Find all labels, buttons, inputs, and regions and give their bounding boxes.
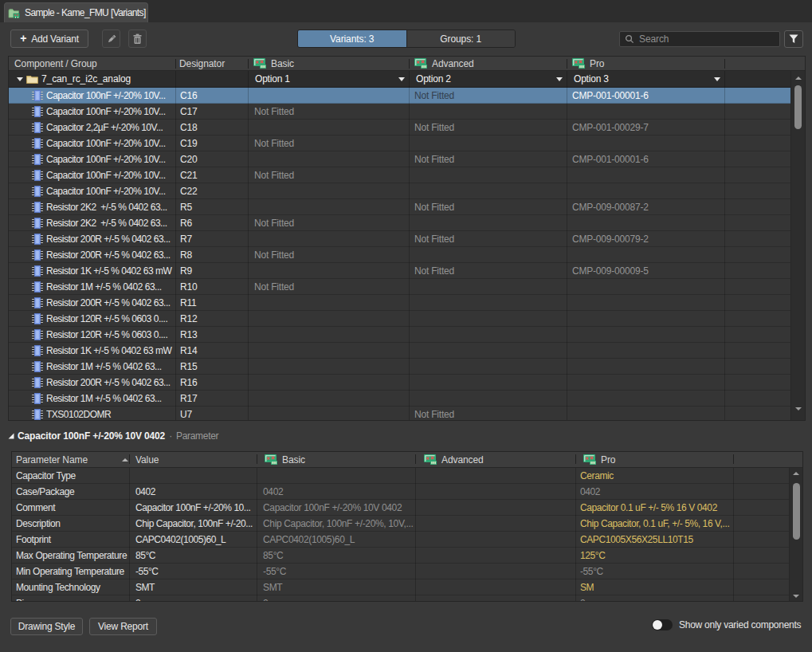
component-row[interactable]: Capacitor 2,2µF +/-20% 10V... C18 Not Fi… (9, 120, 790, 136)
component-row[interactable]: Capacitor 100nF +/-20% 10V... C17 Not Fi… (9, 104, 790, 120)
col-advanced[interactable]: Advanced (414, 57, 474, 70)
parameter-row[interactable]: Case/Package 0402 0402 0402 (12, 484, 789, 500)
cell-advanced[interactable] (414, 167, 563, 183)
detail-section-header[interactable]: Capacitor 100nF +/-20% 10V 0402 · Parame… (8, 430, 218, 442)
tab-variants[interactable]: Variants: 3 (298, 30, 406, 47)
cell-advanced[interactable] (414, 279, 563, 294)
document-tab[interactable]: Sample - Kame_FMU [Variants] (4, 2, 148, 22)
cell-basic[interactable]: Not Fitted (254, 104, 406, 119)
col-component-group[interactable]: Component / Group (14, 57, 97, 70)
components-scrollbar[interactable] (790, 71, 805, 420)
cell-basic[interactable] (254, 311, 406, 326)
parameter-row[interactable]: Description Chip Capacitor, 100nF +/-20.… (12, 516, 789, 532)
cell-advanced[interactable] (414, 295, 563, 310)
component-row[interactable]: Resistor 2K2 +/-5 % 0402 63... R6 Not Fi… (9, 215, 790, 231)
cell-advanced[interactable] (414, 104, 563, 119)
cell-pro[interactable] (572, 343, 708, 358)
cell-pro[interactable] (572, 311, 708, 326)
component-row[interactable]: Resistor 120R +/-5 % 0603 0.... R12 (9, 311, 790, 327)
parameter-row[interactable]: Pins 2 2 2 (12, 595, 789, 601)
cell-pro[interactable]: CMP-009-00079-2 (572, 231, 708, 246)
cell-pro[interactable]: CMP-001-00029-7 (572, 120, 708, 135)
component-row[interactable]: Capacitor 100nF +/-20% 10V... C20 Not Fi… (9, 151, 790, 167)
cell-basic[interactable] (254, 391, 406, 406)
parameter-row[interactable]: Min Operating Temperature -55°C -55°C -5… (12, 564, 789, 579)
component-row[interactable]: Resistor 1M +/-5 % 0402 63... R15 (9, 359, 790, 375)
component-row[interactable]: Resistor 1M +/-5 % 0402 63... R10 Not Fi… (9, 279, 790, 295)
cell-pro[interactable]: CMP-001-00001-6 (572, 88, 708, 103)
cell-advanced[interactable] (414, 359, 563, 374)
edit-variant-button[interactable] (102, 29, 120, 48)
option-select-pro[interactable]: Option 3 (574, 71, 724, 87)
component-row[interactable]: Resistor 1K +/-5 % 0402 63 mW R14 (9, 343, 790, 359)
component-row[interactable]: Resistor 200R +/-5 % 0402 63... R11 (9, 295, 790, 311)
delete-variant-button[interactable] (128, 29, 147, 48)
parameter-row[interactable]: Footprint CAPC0402(1005)60_L CAPC0402(10… (12, 532, 789, 548)
component-row[interactable]: Resistor 200R +/-5 % 0402 63... R8 Not F… (9, 247, 790, 263)
cell-pro[interactable] (572, 279, 708, 294)
cell-pro[interactable]: CMP-009-00009-5 (572, 263, 708, 278)
filter-button[interactable] (784, 30, 803, 48)
group-row[interactable]: 7_can_rc_i2c_analog Option 1 Option 2 Op… (9, 71, 790, 88)
cell-basic[interactable]: Not Fitted (254, 215, 406, 230)
cell-advanced[interactable] (414, 375, 563, 390)
add-variant-button[interactable]: + Add Variant (10, 29, 88, 48)
cell-basic[interactable] (254, 231, 406, 246)
cell-pro[interactable]: CMP-001-00001-6 (572, 151, 708, 167)
cell-advanced[interactable] (414, 327, 563, 342)
cell-advanced[interactable]: Not Fitted (414, 199, 563, 214)
option-select-basic[interactable]: Option 1 (255, 71, 409, 87)
parameter-row[interactable]: Mounting Technology SMT SMT SM (12, 579, 789, 595)
col-pro[interactable]: Pro (572, 57, 604, 70)
tab-groups[interactable]: Groups: 1 (406, 30, 516, 47)
cell-basic[interactable] (254, 263, 406, 278)
option-select-advanced[interactable]: Option 2 (416, 71, 567, 87)
col-param-advanced[interactable]: Advanced (424, 452, 484, 467)
component-row[interactable]: Capacitor 100nF +/-20% 10V... C22 (9, 183, 790, 199)
scroll-thumb[interactable] (793, 483, 800, 540)
scroll-thumb[interactable] (794, 85, 802, 129)
scroll-down-arrow[interactable] (795, 407, 802, 410)
component-row[interactable]: Resistor 2K2 +/-5 % 0402 63... R5 Not Fi… (9, 199, 790, 215)
cell-basic[interactable] (254, 120, 406, 135)
component-row[interactable]: Resistor 200R +/-5 % 0402 63... R7 Not F… (9, 231, 790, 247)
cell-pro[interactable] (572, 215, 708, 230)
cell-advanced[interactable]: Not Fitted (414, 231, 563, 246)
cell-advanced[interactable]: Not Fitted (414, 407, 563, 420)
cell-advanced[interactable]: Not Fitted (414, 263, 563, 278)
cell-pro[interactable] (572, 359, 708, 374)
view-report-button[interactable]: View Report (89, 618, 157, 635)
col-param-basic[interactable]: Basic (265, 452, 305, 467)
cell-basic[interactable]: Not Fitted (254, 279, 406, 294)
col-designator[interactable]: Designator (179, 57, 225, 70)
cell-basic[interactable] (254, 295, 406, 310)
component-row[interactable]: TXS0102DOMR U7 Not Fitted (9, 407, 790, 420)
cell-pro[interactable] (572, 183, 708, 198)
cell-advanced[interactable]: Not Fitted (414, 120, 563, 135)
parameter-row[interactable]: Max Operating Temperature 85°C 85°C 125°… (12, 548, 789, 564)
parameter-row[interactable]: Capacitor Type Ceramic (12, 468, 789, 484)
drawing-style-button[interactable]: Drawing Style (10, 618, 83, 635)
cell-pro[interactable] (572, 247, 708, 262)
cell-pro[interactable]: CMP-009-00087-2 (572, 199, 708, 214)
cell-basic[interactable]: Not Fitted (254, 136, 406, 151)
cell-advanced[interactable] (414, 136, 563, 151)
cell-basic[interactable] (254, 183, 406, 198)
cell-basic[interactable] (254, 199, 406, 214)
cell-pro[interactable] (572, 375, 708, 390)
component-row[interactable]: Resistor 1K +/-5 % 0402 63 mW R9 Not Fit… (9, 263, 790, 279)
expand-collapse-icon[interactable] (17, 77, 23, 81)
cell-pro[interactable] (572, 407, 708, 420)
cell-pro[interactable] (572, 104, 708, 119)
col-basic[interactable]: Basic (253, 57, 294, 70)
cell-pro[interactable] (572, 136, 708, 151)
parameters-scrollbar[interactable] (789, 468, 802, 601)
cell-pro[interactable] (572, 295, 708, 310)
cell-basic[interactable] (254, 359, 406, 374)
cell-advanced[interactable] (414, 183, 563, 198)
scroll-down-arrow[interactable] (793, 595, 799, 598)
cell-advanced[interactable]: Not Fitted (414, 88, 563, 103)
component-row[interactable]: Capacitor 100nF +/-20% 10V... C16 Not Fi… (9, 88, 790, 104)
cell-advanced[interactable]: Not Fitted (414, 151, 563, 167)
cell-basic[interactable] (254, 407, 406, 420)
